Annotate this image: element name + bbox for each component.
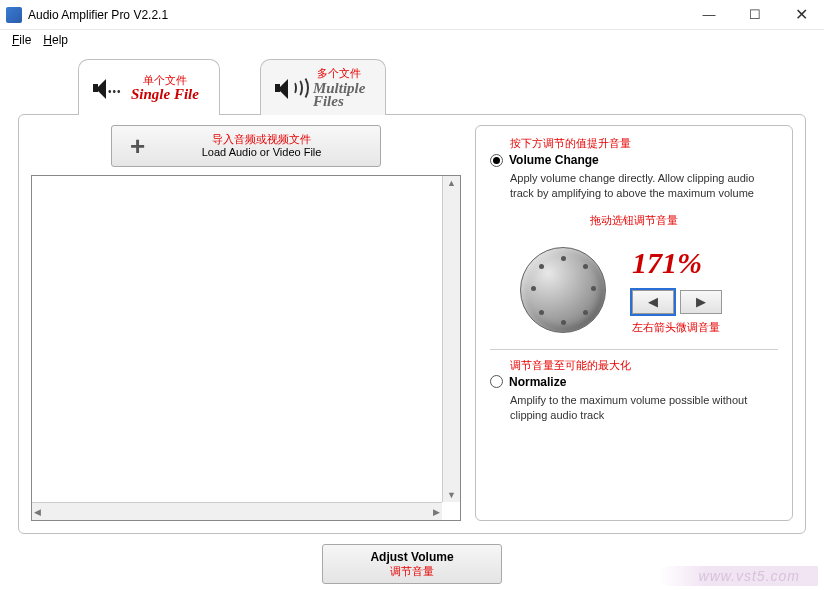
menubar: File Help bbox=[0, 30, 824, 50]
window-controls: — ☐ ✕ bbox=[686, 0, 824, 29]
speaker-multi-icon bbox=[275, 78, 305, 100]
content-panel: + 导入音频或视频文件 Load Audio or Video File ▲ ▼… bbox=[18, 114, 806, 534]
options-group: 按下方调节的值提升音量 Volume Change Apply volume c… bbox=[475, 125, 793, 521]
tab-multiple-label2: Files bbox=[313, 93, 366, 110]
tab-single-caption: 单个文件 bbox=[131, 74, 199, 86]
scroll-left-icon[interactable]: ◀ bbox=[34, 507, 41, 517]
volume-decrease-button[interactable]: ◀ bbox=[632, 290, 674, 314]
volume-percent: 171% bbox=[632, 246, 722, 280]
watermark: www.vst5.com bbox=[659, 566, 818, 586]
menu-file[interactable]: File bbox=[8, 33, 35, 47]
minimize-button[interactable]: — bbox=[686, 0, 732, 29]
arrows-caption-cn: 左右箭头微调音量 bbox=[632, 320, 722, 335]
scroll-up-icon[interactable]: ▲ bbox=[447, 178, 456, 188]
menu-help[interactable]: Help bbox=[39, 33, 72, 47]
load-label: Load Audio or Video File bbox=[155, 146, 368, 159]
plus-icon: + bbox=[130, 133, 145, 159]
horizontal-scrollbar[interactable]: ◀ ▶ bbox=[32, 502, 442, 520]
normalize-desc: Amplify to the maximum volume possible w… bbox=[510, 393, 778, 423]
titlebar: Audio Amplifier Pro V2.2.1 — ☐ ✕ bbox=[0, 0, 824, 30]
speaker-single-icon: ••• bbox=[93, 78, 123, 100]
tab-strip: ••• 单个文件 Single File 多个文件 Multiple Files bbox=[18, 58, 806, 114]
tab-single-file[interactable]: ••• 单个文件 Single File bbox=[78, 59, 220, 115]
volume-increase-button[interactable]: ▶ bbox=[680, 290, 722, 314]
adjust-volume-button[interactable]: Adjust Volume 调节音量 bbox=[322, 544, 502, 584]
radio-volume-change-input[interactable] bbox=[490, 154, 503, 167]
radio-normalize-input[interactable] bbox=[490, 375, 503, 388]
tab-single-label: Single File bbox=[131, 86, 199, 103]
close-button[interactable]: ✕ bbox=[778, 0, 824, 29]
knob-caption-cn: 拖动选钮调节音量 bbox=[490, 213, 778, 228]
adjust-caption-cn: 调节音量 bbox=[390, 564, 434, 579]
volchange-title: Volume Change bbox=[509, 153, 599, 167]
tab-multiple-caption: 多个文件 bbox=[313, 67, 366, 79]
separator bbox=[490, 349, 778, 350]
scroll-right-icon[interactable]: ▶ bbox=[433, 507, 440, 517]
volume-knob[interactable] bbox=[520, 247, 606, 333]
app-icon bbox=[6, 7, 22, 23]
maximize-button[interactable]: ☐ bbox=[732, 0, 778, 29]
normalize-title: Normalize bbox=[509, 375, 566, 389]
vertical-scrollbar[interactable]: ▲ ▼ bbox=[442, 176, 460, 502]
radio-normalize[interactable]: Normalize bbox=[490, 375, 778, 389]
volchange-caption-cn: 按下方调节的值提升音量 bbox=[510, 136, 778, 151]
window-title: Audio Amplifier Pro V2.2.1 bbox=[28, 8, 686, 22]
file-listbox[interactable]: ▲ ▼ ◀ ▶ bbox=[31, 175, 461, 521]
volchange-desc: Apply volume change directly. Allow clip… bbox=[510, 171, 778, 201]
tab-multiple-files[interactable]: 多个文件 Multiple Files bbox=[260, 59, 387, 115]
scroll-down-icon[interactable]: ▼ bbox=[447, 490, 456, 500]
load-caption-cn: 导入音频或视频文件 bbox=[155, 133, 368, 146]
normalize-caption-cn: 调节音量至可能的最大化 bbox=[510, 358, 778, 373]
adjust-label: Adjust Volume bbox=[370, 550, 453, 564]
radio-volume-change[interactable]: Volume Change bbox=[490, 153, 778, 167]
load-file-button[interactable]: + 导入音频或视频文件 Load Audio or Video File bbox=[111, 125, 381, 167]
